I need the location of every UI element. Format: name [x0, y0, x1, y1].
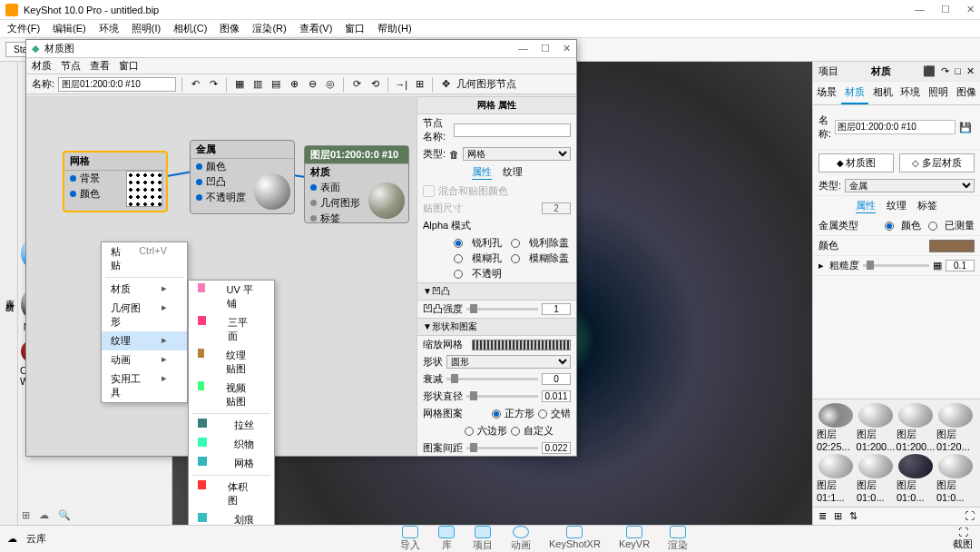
ctx-paste[interactable]: 粘贴Ctrl+V: [102, 242, 187, 275]
scene-mat-thumb[interactable]: 图层01:200...: [897, 403, 935, 452]
tab-material[interactable]: 材质: [841, 82, 869, 104]
tab-environment[interactable]: 环境: [897, 82, 925, 104]
cloud-icon[interactable]: ☁: [7, 533, 17, 545]
gap-slider[interactable]: [466, 447, 538, 449]
tb-icon[interactable]: ▤: [269, 77, 283, 92]
menu-file[interactable]: 文件(F): [7, 22, 40, 35]
scene-mat-thumb[interactable]: 图层01:200...: [857, 403, 895, 452]
atten-input[interactable]: [542, 373, 571, 385]
panel-tool-icon[interactable]: ↷: [941, 65, 949, 77]
tb-icon[interactable]: ⊞: [412, 77, 426, 92]
ptab-props[interactable]: 属性: [472, 165, 492, 180]
shape-select[interactable]: 圆形: [446, 355, 571, 369]
tb-icon[interactable]: ⟳: [349, 77, 364, 92]
maximize-icon[interactable]: ☐: [941, 4, 950, 15]
node-metal[interactable]: 金属 颜色 凹凸 不透明度: [190, 140, 295, 214]
pat-radio[interactable]: [492, 409, 501, 419]
scene-mat-thumb[interactable]: 图层01:0...: [936, 454, 975, 503]
tb-icon[interactable]: →|: [394, 77, 408, 92]
bump-slider[interactable]: [466, 308, 538, 310]
alpha-radio[interactable]: [511, 239, 520, 248]
menu-edit[interactable]: 编辑(E): [53, 22, 86, 35]
menu-help[interactable]: 帮助(H): [377, 22, 411, 35]
section-bump[interactable]: ▼凹凸: [417, 282, 576, 301]
tb-icon[interactable]: ⟲: [368, 77, 382, 92]
minimize-icon[interactable]: —: [915, 4, 925, 15]
tb-icon[interactable]: ▥: [250, 77, 265, 92]
alpha-radio[interactable]: [511, 254, 520, 263]
menu-render[interactable]: 渲染(R): [252, 22, 286, 35]
wmenu-material[interactable]: 材质: [32, 59, 52, 73]
tab-image[interactable]: 图像: [952, 82, 980, 104]
roughness-input[interactable]: [946, 260, 975, 271]
color-swatch[interactable]: [929, 240, 975, 252]
panel-tool-icon[interactable]: □: [955, 65, 961, 77]
ctx-animation[interactable]: 动画: [102, 350, 187, 370]
ctx-geometry[interactable]: 几何图形: [102, 299, 187, 331]
diam-slider[interactable]: [466, 395, 538, 398]
scene-mat-thumb[interactable]: 图层01:20...: [936, 403, 975, 452]
ctx-material[interactable]: 材质: [102, 280, 187, 299]
section-shape[interactable]: ▼形状和图案: [417, 318, 576, 336]
dock-keyvr[interactable]: KeyVR: [619, 526, 650, 552]
ctx-item[interactable]: UV 平铺: [189, 281, 274, 313]
menu-light[interactable]: 照明(I): [132, 22, 161, 35]
trash-icon[interactable]: 🗑: [449, 149, 459, 160]
tab-scene[interactable]: 场景: [813, 82, 841, 104]
tb-icon[interactable]: ⊖: [305, 77, 319, 92]
node-mesh[interactable]: 网格 背景 颜色: [63, 151, 168, 212]
atten-slider[interactable]: [446, 378, 538, 380]
dock-render[interactable]: 渲染: [668, 526, 688, 552]
left-dock-strip[interactable]: 库 材质: [0, 62, 18, 525]
wmenu-view[interactable]: 查看: [90, 59, 110, 73]
win-minimize-icon[interactable]: —: [518, 43, 528, 54]
scale-widget[interactable]: [472, 340, 571, 350]
ctx-item[interactable]: 拉丝: [189, 416, 274, 435]
dock-animation[interactable]: 动画: [511, 526, 531, 552]
fullscreen-icon[interactable]: ⛶: [965, 510, 975, 522]
dock-library[interactable]: 库: [438, 526, 455, 552]
menu-env[interactable]: 环境: [99, 22, 119, 35]
ctx-item[interactable]: 织物: [189, 435, 274, 454]
diam-input[interactable]: [542, 390, 571, 402]
dock-project[interactable]: 项目: [473, 526, 493, 552]
ptab-label[interactable]: 标签: [917, 199, 937, 213]
ctx-item[interactable]: 体积图: [189, 478, 274, 510]
tb-icon[interactable]: ✥: [438, 77, 453, 92]
ctx-texture[interactable]: 纹理: [102, 331, 187, 350]
ctx-item[interactable]: 三平面: [189, 313, 274, 346]
multi-material-button[interactable]: ◇ 多层材质: [899, 153, 975, 172]
alpha-radio[interactable]: [454, 239, 463, 248]
submenu-texture[interactable]: UV 平铺三平面纹理贴图视频贴图拉丝织物网格体积图划痕噪点 (碎形)噪点 (纹理…: [188, 280, 275, 552]
tb-icon[interactable]: ⊕: [287, 77, 301, 92]
radio-measured[interactable]: [928, 222, 937, 231]
dock-keyshotxr[interactable]: KeyShotXR: [549, 526, 601, 552]
ptab-tex[interactable]: 纹理: [503, 165, 523, 180]
ctx-item[interactable]: 网格: [189, 454, 274, 473]
tb-icon[interactable]: ↷: [206, 77, 220, 92]
scene-mat-thumb[interactable]: 图层01:0...: [857, 454, 895, 503]
menu-image[interactable]: 图像: [220, 22, 240, 35]
grid-view-icon[interactable]: ⊞: [22, 509, 30, 521]
win-close-icon[interactable]: ✕: [563, 43, 571, 54]
wmenu-window[interactable]: 窗口: [119, 59, 139, 73]
scene-mat-thumb[interactable]: 图层01:0...: [897, 454, 935, 503]
list-view-icon[interactable]: ≣: [818, 510, 827, 522]
alpha-radio[interactable]: [454, 254, 463, 263]
win-maximize-icon[interactable]: ☐: [541, 43, 550, 54]
radio-color[interactable]: [885, 222, 894, 231]
alpha-radio[interactable]: [454, 270, 463, 279]
tb-icon[interactable]: ◎: [323, 77, 338, 92]
material-type-select[interactable]: 金属: [845, 179, 975, 192]
context-menu[interactable]: 粘贴Ctrl+V 材质 几何图形 纹理 动画 实用工具: [101, 242, 188, 403]
pat-radio[interactable]: [538, 409, 547, 419]
panel-close-icon[interactable]: ✕: [966, 65, 975, 77]
bump-input[interactable]: [542, 303, 571, 315]
ptab-texture[interactable]: 纹理: [887, 199, 906, 213]
map-icon[interactable]: ▦: [933, 260, 942, 271]
window-titlebar[interactable]: ◆ 材质图 — ☐ ✕: [26, 40, 576, 58]
save-icon[interactable]: 💾: [959, 122, 972, 133]
material-graph-button[interactable]: ◆ 材质图: [818, 153, 894, 172]
dock-import[interactable]: 导入: [400, 526, 420, 552]
material-name-input[interactable]: [835, 120, 956, 134]
